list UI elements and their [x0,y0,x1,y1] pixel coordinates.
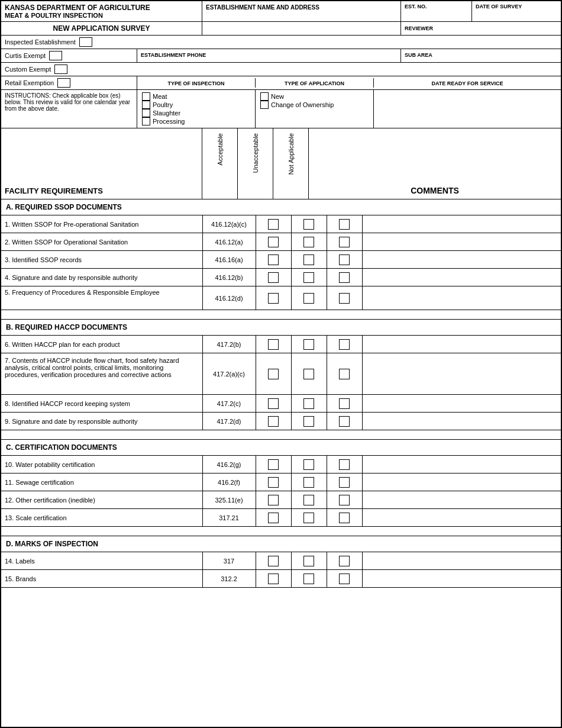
item-1-unacceptable[interactable] [292,215,327,233]
item-1-unacceptable-checkbox[interactable] [303,219,314,230]
item-15-comment[interactable] [363,570,561,587]
item-14-unacceptable[interactable] [292,552,327,569]
item-7-na[interactable] [327,353,363,394]
item-2-acceptable-checkbox[interactable] [268,237,279,247]
item-15-na[interactable] [327,570,363,587]
item-8-unacceptable[interactable] [292,395,327,412]
item-4-unacceptable-checkbox[interactable] [303,272,314,283]
item-2-na[interactable] [327,233,363,250]
meat-checkbox[interactable] [142,92,150,101]
item-6-na[interactable] [327,336,363,353]
item-10-acceptable[interactable] [256,456,292,473]
item-8-unacceptable-checkbox[interactable] [303,398,314,409]
item-8-na-checkbox[interactable] [339,398,350,409]
item-1-acceptable-checkbox[interactable] [268,219,279,230]
item-1-na[interactable] [327,215,363,233]
processing-checkbox[interactable] [142,117,150,125]
item-1-na-checkbox[interactable] [339,219,350,230]
item-6-unacceptable-checkbox[interactable] [303,339,314,350]
item-12-acceptable[interactable] [256,491,292,508]
item-6-unacceptable[interactable] [292,336,327,353]
item-5-comment[interactable] [363,286,561,310]
item-7-unacceptable[interactable] [292,353,327,394]
item-10-na[interactable] [327,456,363,473]
item-9-acceptable-checkbox[interactable] [268,416,279,427]
retail-checkbox[interactable] [57,78,70,88]
item-15-unacceptable[interactable] [292,570,327,587]
item-8-acceptable-checkbox[interactable] [268,398,279,409]
item-14-comment[interactable] [363,552,561,569]
poultry-checkbox[interactable] [142,101,150,109]
item-1-comment[interactable] [363,215,561,233]
item-12-na-checkbox[interactable] [339,495,350,505]
item-14-acceptable[interactable] [256,552,292,569]
item-11-comment[interactable] [363,473,561,491]
curtis-checkbox[interactable] [49,51,62,60]
item-3-comment[interactable] [363,251,561,268]
item-13-acceptable[interactable] [256,509,292,526]
item-7-acceptable-checkbox[interactable] [268,369,279,379]
custom-checkbox[interactable] [54,65,67,74]
item-3-na-checkbox[interactable] [339,255,350,265]
item-4-comment[interactable] [363,269,561,286]
item-6-comment[interactable] [363,336,561,353]
item-8-comment[interactable] [363,395,561,412]
item-5-acceptable[interactable] [256,286,292,310]
item-12-acceptable-checkbox[interactable] [268,495,279,505]
item-14-na[interactable] [327,552,363,569]
item-13-na[interactable] [327,509,363,526]
item-5-na-checkbox[interactable] [339,293,350,304]
item-13-na-checkbox[interactable] [339,513,350,523]
item-7-acceptable[interactable] [256,353,292,394]
item-9-unacceptable-checkbox[interactable] [303,416,314,427]
item-5-acceptable-checkbox[interactable] [268,293,279,304]
item-13-comment[interactable] [363,509,561,526]
item-7-comment[interactable] [363,353,561,394]
item-2-unacceptable-checkbox[interactable] [303,237,314,247]
item-1-acceptable[interactable] [256,215,292,233]
item-13-acceptable-checkbox[interactable] [268,513,279,523]
item-11-na-checkbox[interactable] [339,477,350,488]
item-11-acceptable-checkbox[interactable] [268,477,279,488]
new-checkbox[interactable] [260,92,269,101]
item-11-acceptable[interactable] [256,473,292,491]
item-8-na[interactable] [327,395,363,412]
item-10-acceptable-checkbox[interactable] [268,459,279,470]
item-9-unacceptable[interactable] [292,413,327,430]
item-3-unacceptable-checkbox[interactable] [303,255,314,265]
item-5-na[interactable] [327,286,363,310]
item-6-acceptable-checkbox[interactable] [268,339,279,350]
item-4-unacceptable[interactable] [292,269,327,286]
item-10-unacceptable[interactable] [292,456,327,473]
item-12-unacceptable[interactable] [292,491,327,508]
item-15-unacceptable-checkbox[interactable] [303,574,314,584]
item-4-acceptable[interactable] [256,269,292,286]
item-13-unacceptable-checkbox[interactable] [303,513,314,523]
item-7-unacceptable-checkbox[interactable] [303,369,314,379]
item-14-na-checkbox[interactable] [339,556,350,566]
change-checkbox[interactable] [260,101,269,109]
item-6-na-checkbox[interactable] [339,339,350,350]
slaughter-checkbox[interactable] [142,109,150,117]
item-11-unacceptable-checkbox[interactable] [303,477,314,488]
item-4-na-checkbox[interactable] [339,272,350,283]
item-8-acceptable[interactable] [256,395,292,412]
item-9-acceptable[interactable] [256,413,292,430]
item-4-na[interactable] [327,269,363,286]
item-11-na[interactable] [327,473,363,491]
item-15-acceptable-checkbox[interactable] [268,574,279,584]
item-2-comment[interactable] [363,233,561,250]
item-14-acceptable-checkbox[interactable] [268,556,279,566]
item-10-unacceptable-checkbox[interactable] [303,459,314,470]
item-2-acceptable[interactable] [256,233,292,250]
item-7-na-checkbox[interactable] [339,369,350,379]
item-10-na-checkbox[interactable] [339,459,350,470]
item-12-na[interactable] [327,491,363,508]
item-3-na[interactable] [327,251,363,268]
item-2-na-checkbox[interactable] [339,237,350,247]
item-9-na[interactable] [327,413,363,430]
item-11-unacceptable[interactable] [292,473,327,491]
item-15-acceptable[interactable] [256,570,292,587]
item-3-unacceptable[interactable] [292,251,327,268]
item-4-acceptable-checkbox[interactable] [268,272,279,283]
